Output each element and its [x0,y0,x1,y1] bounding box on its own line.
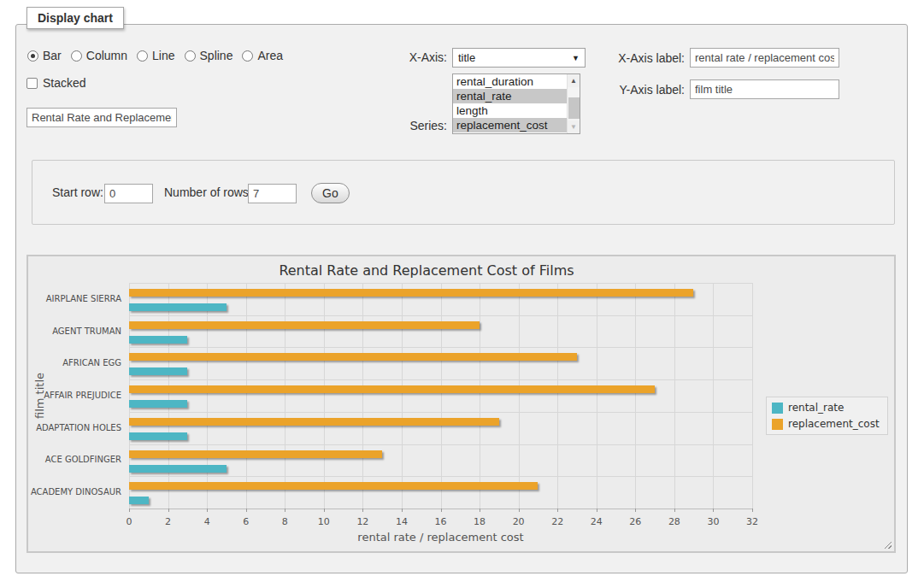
x-tick-label: 28 [668,516,680,527]
y-axis-label-input[interactable] [690,79,839,99]
gridline [557,283,558,509]
series-option-replacement_cost[interactable]: replacement_cost [453,118,580,132]
gridline [129,347,752,348]
bar-rental_rate[interactable] [129,336,187,344]
x-tick-label: 4 [204,516,210,527]
x-tick-label: 26 [629,516,641,527]
bar-replacement_cost[interactable] [129,321,480,329]
radio-icon[interactable] [185,50,196,62]
go-button[interactable]: Go [311,183,350,203]
axis-tick [557,509,558,512]
bar-replacement_cost[interactable] [129,418,499,426]
resize-handle-icon[interactable] [882,539,892,549]
panel-title: Display chart [26,7,124,29]
stacked-option: Stacked [26,76,86,90]
axis-tick [752,509,753,512]
gridline [129,283,130,509]
gridline [713,283,714,509]
chart-type-radio-bar[interactable]: Bar [27,49,62,62]
x-tick-label: 6 [243,516,249,527]
legend-item-rental_rate[interactable]: rental_rate [772,402,880,414]
series-option-rental_rate[interactable]: rental_rate [453,89,580,103]
bar-replacement_cost[interactable] [129,385,655,393]
radio-label: Column [86,49,127,62]
legend-label: replacement_cost [788,418,880,430]
gridline [129,315,752,316]
gridline [129,444,752,445]
gridline [246,283,247,509]
series-options: rental_durationrental_ratelengthreplacem… [453,74,580,132]
bar-rental_rate[interactable] [129,303,227,311]
gridline [285,283,285,509]
axis-tick [207,509,208,512]
radio-icon[interactable] [137,50,148,62]
axis-tick [285,509,285,512]
gridline [168,283,169,509]
axis-tick [402,509,403,512]
chart-legend: rental_ratereplacement_cost [766,397,888,435]
chart-title-input[interactable] [26,108,177,127]
bar-replacement_cost[interactable] [129,482,538,490]
x-tick-label: 0 [127,516,132,527]
axis-tick [129,509,130,512]
legend-label: rental_rate [788,402,844,414]
x-axis-select-label: X-Axis: [384,50,447,64]
x-tick-label: 20 [513,516,525,527]
x-tick-label: 10 [318,516,330,527]
gridline [441,283,442,509]
legend-item-replacement_cost[interactable]: replacement_cost [772,418,880,430]
axis-tick [362,509,363,512]
gridline [362,283,363,509]
x-axis-label-label: X-Axis label: [580,51,685,65]
series-listbox[interactable]: rental_durationrental_ratelengthreplacem… [452,73,580,134]
bar-rental_rate[interactable] [129,465,227,473]
x-tick-label: 18 [474,516,486,527]
bar-replacement_cost[interactable] [129,450,382,458]
stacked-label: Stacked [43,76,86,90]
radio-icon[interactable] [27,50,38,62]
axis-tick [324,509,325,512]
chart-type-radio-column[interactable]: Column [71,49,127,62]
bar-replacement_cost[interactable] [129,289,693,297]
scroll-down-icon[interactable]: ▼ [568,121,580,133]
chart-type-radio-spline[interactable]: Spline [185,49,233,62]
bar-replacement_cost[interactable] [129,353,577,361]
y-axis-label-label: Y-Axis label: [580,83,685,97]
radio-icon[interactable] [242,50,253,62]
axis-tick [597,509,597,512]
category-label: AFFAIR PREJUDICE [28,391,121,401]
radio-icon[interactable] [71,50,82,62]
series-label: Series: [384,119,447,132]
gridline [207,283,208,509]
axis-tick [480,509,480,512]
axis-tick [674,509,675,512]
series-option-rental_duration[interactable]: rental_duration [453,74,580,89]
x-axis-label-input[interactable] [690,48,839,68]
category-label: ACADEMY DINOSAUR [28,487,121,497]
dropdown-arrow-icon: ▼ [572,49,580,68]
scrollbar-thumb[interactable] [568,97,580,119]
bar-rental_rate[interactable] [129,367,187,375]
start-row-label: Start row: [52,185,103,199]
gridline [674,283,675,509]
legend-swatch [772,419,783,430]
category-label: AFRICAN EGG [28,358,121,368]
stacked-checkbox[interactable] [26,78,38,89]
radio-label: Bar [43,49,62,62]
chart-type-radio-line[interactable]: Line [137,49,174,62]
bar-rental_rate[interactable] [129,497,149,504]
series-option-length[interactable]: length [453,103,580,118]
bar-rental_rate[interactable] [129,432,187,440]
x-axis-select[interactable]: title ▼ [452,48,586,68]
chart-type-radio-area[interactable]: Area [242,49,283,62]
series-scrollbar[interactable]: ▲ ▼ [567,74,580,133]
start-row-input[interactable] [104,184,153,203]
gridline [635,283,636,509]
x-tick-label: 16 [435,516,447,527]
gridline [324,283,325,509]
scroll-up-icon[interactable]: ▲ [568,74,580,87]
number-of-rows-input[interactable] [248,184,297,203]
bar-rental_rate[interactable] [129,400,187,408]
gridline [480,283,480,509]
gridline [402,283,403,509]
